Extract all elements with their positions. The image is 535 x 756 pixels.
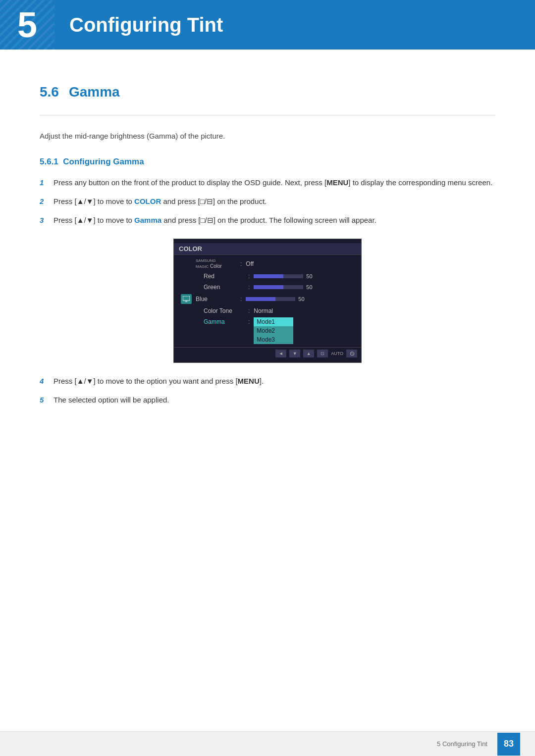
section-description: Adjust the mid-range brightness (Gamma) … bbox=[40, 130, 495, 142]
magic-sep: : bbox=[240, 260, 242, 267]
chapter-number: 5 bbox=[17, 7, 37, 43]
blue-bar-container: 50 bbox=[246, 296, 307, 302]
menu-keyword-1: MENU bbox=[326, 178, 348, 187]
osd-title: COLOR bbox=[179, 245, 202, 252]
osd-container: COLOR SAMSUNG MAGIC Color : Off bbox=[40, 239, 495, 363]
section-heading: 5.6 Gamma bbox=[40, 84, 495, 100]
gamma-option-mode2: Mode2 bbox=[254, 326, 293, 335]
osd-auto-label: AUTO bbox=[331, 350, 343, 357]
step-1: 1 Press any button on the front of the p… bbox=[40, 177, 495, 189]
green-label: Green bbox=[204, 284, 248, 291]
steps-list: 1 Press any button on the front of the p… bbox=[40, 177, 495, 226]
step-3: 3 Press [▲/▼] to move to Gamma and press… bbox=[40, 214, 495, 226]
colortone-value: Normal bbox=[254, 307, 273, 314]
footer-section-label: 5 Configuring Tint bbox=[437, 740, 487, 748]
osd-icon-up: ▲ bbox=[303, 350, 314, 357]
color-keyword: COLOR bbox=[134, 197, 161, 205]
color-text: Color bbox=[209, 263, 222, 269]
red-sep: : bbox=[248, 273, 250, 280]
step-number-5: 5 bbox=[40, 394, 54, 406]
osd-row-blue: Blue : 50 bbox=[174, 293, 361, 305]
step-text-5: The selected option will be applied. bbox=[54, 394, 495, 406]
step-text-3: Press [▲/▼] to move to Gamma and press [… bbox=[54, 214, 495, 226]
main-content: 5.6 Gamma Adjust the mid-range brightnes… bbox=[0, 50, 535, 462]
gamma-keyword: Gamma bbox=[134, 216, 161, 224]
step-number-1: 1 bbox=[40, 177, 54, 189]
page-header: 5 Configuring Tint bbox=[0, 0, 535, 50]
osd-icon-down: ▼ bbox=[289, 350, 300, 357]
step-number-3: 3 bbox=[40, 214, 54, 226]
blue-bar bbox=[246, 297, 295, 301]
gamma-dropdown: Mode1 Mode2 Mode3 bbox=[254, 317, 293, 344]
osd-icon-power: ⏻ bbox=[346, 350, 357, 357]
green-bar-fill bbox=[254, 285, 283, 289]
blue-sep: : bbox=[240, 296, 242, 302]
step-text-4: Press [▲/▼] to move to the option you wa… bbox=[54, 375, 495, 387]
red-bar-container: 50 bbox=[254, 273, 315, 279]
green-bar bbox=[254, 285, 303, 289]
osd-icon-row: ◄ ▼ ▲ ⊡ AUTO ⏻ bbox=[174, 347, 361, 358]
osd-row-gamma: Gamma : Mode1 Mode2 Mode3 bbox=[174, 316, 361, 345]
osd-title-bar: COLOR bbox=[174, 243, 361, 255]
osd-row-magic-color: SAMSUNG MAGIC Color : Off bbox=[174, 257, 361, 271]
section-number: 5.6 bbox=[40, 84, 59, 100]
step-number-2: 2 bbox=[40, 196, 54, 207]
green-sep: : bbox=[248, 284, 250, 291]
step-text-1: Press any button on the front of the pro… bbox=[54, 177, 495, 189]
chapter-title: Configuring Tint bbox=[54, 14, 223, 36]
osd-magic-label: SAMSUNG MAGIC Color bbox=[196, 258, 240, 269]
monitor-svg bbox=[183, 296, 190, 302]
magic-text: MAGIC bbox=[196, 264, 209, 269]
osd-row-colortone: Color Tone : Normal bbox=[174, 305, 361, 316]
green-value: 50 bbox=[306, 284, 315, 290]
osd-row-red: Red : 50 bbox=[174, 271, 361, 282]
osd-icon-enter: ⊡ bbox=[317, 350, 328, 357]
blue-label: Blue bbox=[196, 296, 240, 302]
menu-keyword-4: MENU bbox=[238, 377, 260, 385]
step-4: 4 Press [▲/▼] to move to the option you … bbox=[40, 375, 495, 387]
red-value: 50 bbox=[306, 273, 315, 279]
step-5: 5 The selected option will be applied. bbox=[40, 394, 495, 406]
magic-value: Off bbox=[246, 260, 254, 267]
page-footer: 5 Configuring Tint 83 bbox=[0, 731, 535, 756]
step-number-4: 4 bbox=[40, 375, 54, 387]
gamma-sep: : bbox=[248, 317, 250, 325]
osd-connector bbox=[181, 258, 192, 269]
osd-row-green: Green : 50 bbox=[174, 282, 361, 293]
red-bar bbox=[254, 274, 303, 278]
gamma-option-mode1: Mode1 bbox=[254, 317, 293, 326]
red-bar-fill bbox=[254, 274, 283, 278]
colortone-label: Color Tone bbox=[204, 307, 248, 314]
blue-value: 50 bbox=[298, 296, 307, 302]
section-title: Gamma bbox=[69, 84, 120, 100]
step-text-2: Press [▲/▼] to move to COLOR and press [… bbox=[54, 196, 495, 207]
monitor-icon bbox=[181, 294, 192, 304]
svg-rect-0 bbox=[183, 296, 190, 301]
gamma-label: Gamma bbox=[204, 317, 248, 325]
blue-bar-fill bbox=[246, 297, 275, 301]
gamma-option-mode3: Mode3 bbox=[254, 335, 293, 344]
samsung-text: SAMSUNG bbox=[196, 258, 215, 263]
divider bbox=[40, 115, 495, 115]
osd-icon-left: ◄ bbox=[275, 350, 286, 357]
chapter-number-block: 5 bbox=[0, 0, 54, 50]
osd-screen: COLOR SAMSUNG MAGIC Color : Off bbox=[173, 239, 362, 363]
subsection-number: 5.6.1 bbox=[40, 157, 58, 166]
colortone-sep: : bbox=[248, 307, 250, 314]
subsection-title: Configuring Gamma bbox=[63, 157, 144, 166]
red-label: Red bbox=[204, 273, 248, 280]
step-2: 2 Press [▲/▼] to move to COLOR and press… bbox=[40, 196, 495, 207]
samsung-magic-text: SAMSUNG MAGIC Color bbox=[196, 258, 240, 269]
footer-page-number: 83 bbox=[497, 733, 520, 756]
subsection-heading: 5.6.1 Configuring Gamma bbox=[40, 157, 495, 167]
green-bar-container: 50 bbox=[254, 284, 315, 290]
